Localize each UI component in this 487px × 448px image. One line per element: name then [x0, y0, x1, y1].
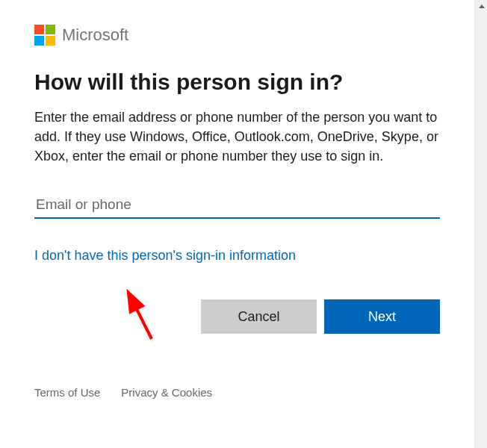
brand-row: Microsoft: [34, 25, 440, 46]
microsoft-logo-icon: [34, 25, 55, 46]
scroll-up-icon[interactable]: [475, 0, 487, 13]
no-signin-info-link[interactable]: I don't have this person's sign-in infor…: [34, 248, 296, 264]
email-phone-input[interactable]: [34, 192, 440, 219]
terms-link[interactable]: Terms of Use: [34, 386, 100, 399]
footer-links: Terms of Use Privacy & Cookies: [34, 386, 440, 399]
brand-text: Microsoft: [62, 25, 128, 45]
privacy-link[interactable]: Privacy & Cookies: [121, 386, 212, 399]
description-text: Enter the email address or phone number …: [34, 108, 440, 166]
vertical-scrollbar[interactable]: [474, 0, 487, 448]
button-row: Cancel Next: [34, 299, 440, 334]
cancel-button[interactable]: Cancel: [201, 299, 317, 334]
page-title: How will this person sign in?: [34, 69, 440, 95]
next-button[interactable]: Next: [324, 299, 440, 334]
dialog-content: Microsoft How will this person sign in? …: [0, 0, 474, 399]
